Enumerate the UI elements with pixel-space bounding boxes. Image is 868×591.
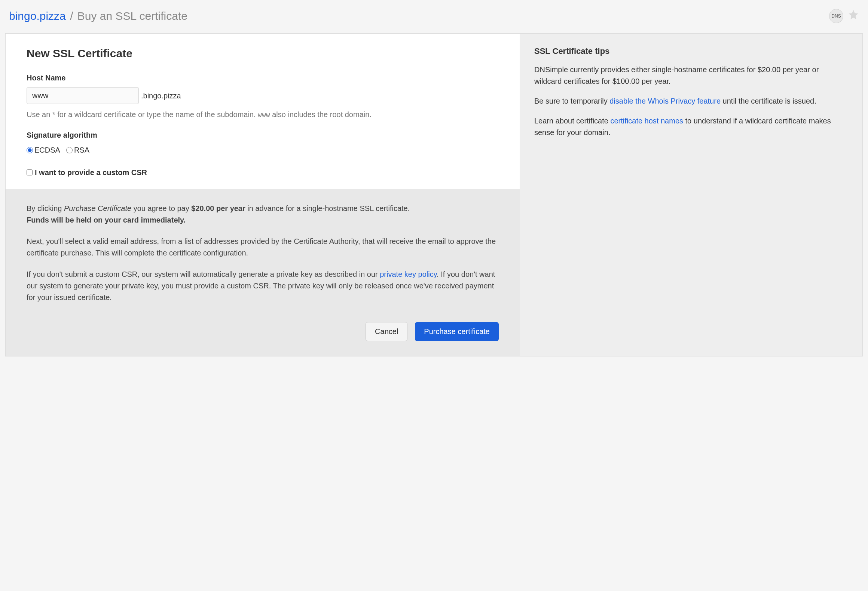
breadcrumb-domain-link[interactable]: bingo.pizza <box>9 10 66 22</box>
notice-section: By clicking Purchase Certificate you agr… <box>6 189 520 356</box>
algorithm-rsa-radio[interactable] <box>66 147 73 153</box>
notice-email: Next, you'll select a valid email addres… <box>27 236 499 259</box>
algorithm-ecdsa-label: ECDSA <box>34 144 60 156</box>
main-column: New SSL Certificate Host Name .bingo.piz… <box>6 34 520 356</box>
dns-badge[interactable]: DNS <box>829 9 843 23</box>
hostname-label: Host Name <box>27 72 499 83</box>
notice-pricing: By clicking Purchase Certificate you agr… <box>27 203 499 226</box>
sidebar-whois-info: Be sure to temporarily disable the Whois… <box>534 95 848 107</box>
sidebar-title: SSL Certificate tips <box>534 45 848 57</box>
algorithm-rsa-option[interactable]: RSA <box>66 144 89 156</box>
custom-csr-label: I want to provide a custom CSR <box>35 167 147 178</box>
breadcrumb-current: Buy an SSL certificate <box>77 10 187 22</box>
header-actions: DNS <box>829 9 859 23</box>
algorithm-ecdsa-option[interactable]: ECDSA <box>27 144 60 156</box>
domain-suffix: .bingo.pizza <box>141 90 181 101</box>
disable-whois-link[interactable]: disable the Whois Privacy feature <box>609 97 721 105</box>
custom-csr-checkbox[interactable] <box>27 169 33 175</box>
breadcrumb: bingo.pizza / Buy an SSL certificate <box>9 7 187 24</box>
breadcrumb-separator: / <box>70 10 73 22</box>
algorithm-field: Signature algorithm ECDSA RSA <box>27 129 499 156</box>
cert-host-names-link[interactable]: certificate host names <box>610 117 683 125</box>
algorithm-label: Signature algorithm <box>27 129 499 141</box>
purchase-button[interactable]: Purchase certificate <box>415 322 499 341</box>
algorithm-ecdsa-radio[interactable] <box>27 147 33 153</box>
sidebar: SSL Certificate tips DNSimple currently … <box>520 34 862 356</box>
page-header: bingo.pizza / Buy an SSL certificate DNS <box>0 0 868 33</box>
action-buttons: Cancel Purchase certificate <box>27 322 499 341</box>
hostname-help: Use an * for a wildcard certificate or t… <box>27 108 499 120</box>
sidebar-pricing-info: DNSimple currently provides either singl… <box>534 64 848 87</box>
hostname-field: Host Name .bingo.pizza Use an * for a wi… <box>27 72 499 120</box>
content-panel: New SSL Certificate Host Name .bingo.piz… <box>5 33 863 356</box>
algorithm-rsa-label: RSA <box>74 144 89 156</box>
notice-private-key: If you don't submit a custom CSR, our sy… <box>27 269 499 303</box>
cancel-button[interactable]: Cancel <box>366 322 407 341</box>
custom-csr-field[interactable]: I want to provide a custom CSR <box>27 167 499 178</box>
hostname-input[interactable] <box>27 87 139 104</box>
sidebar-hostnames-info: Learn about certificate certificate host… <box>534 115 848 138</box>
favorite-star-icon[interactable] <box>848 9 859 23</box>
form-section: New SSL Certificate Host Name .bingo.piz… <box>6 34 520 189</box>
form-title: New SSL Certificate <box>27 45 499 62</box>
private-key-policy-link[interactable]: private key policy <box>380 270 437 278</box>
